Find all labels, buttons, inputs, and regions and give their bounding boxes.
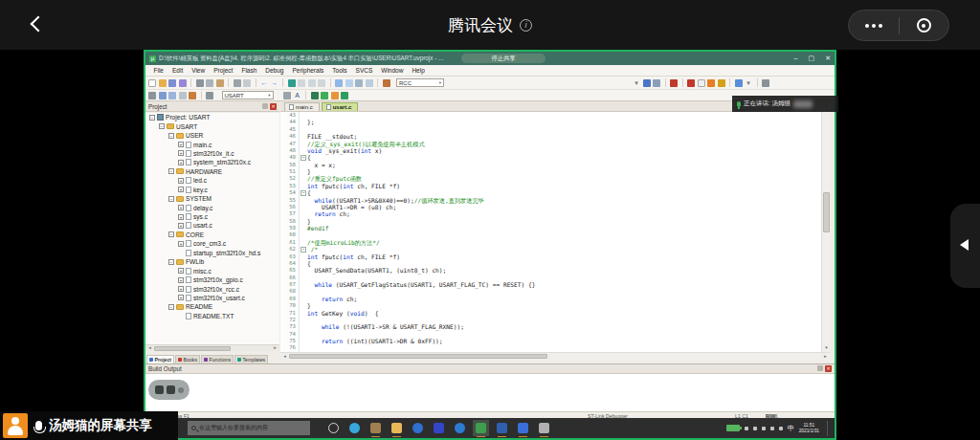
fold-arrow-icon[interactable] bbox=[331, 92, 339, 99]
find-in-files-combo[interactable]: RCC ▾ bbox=[396, 78, 444, 87]
folder-icon[interactable] bbox=[391, 423, 402, 433]
collapse-icon[interactable]: − bbox=[168, 168, 174, 174]
menu-file[interactable]: File bbox=[149, 67, 167, 74]
tree-item[interactable]: +usart.c bbox=[145, 221, 279, 230]
fold-collapse-icon[interactable]: − bbox=[301, 155, 306, 161]
expand-icon[interactable]: + bbox=[178, 205, 184, 210]
taskbar-search-input[interactable]: 在这里输入你要搜索的内容 bbox=[188, 421, 310, 435]
translate-icon[interactable] bbox=[148, 92, 156, 99]
editor-tab-usart.c[interactable]: usart.c bbox=[322, 102, 359, 111]
forward-icon[interactable]: → bbox=[271, 79, 278, 87]
tree-item[interactable]: −SYSTEM bbox=[145, 194, 279, 203]
minimize-button[interactable] bbox=[900, 11, 949, 40]
analysis-icon[interactable]: A bbox=[294, 92, 301, 99]
editor-tab-main.c[interactable]: main.c bbox=[284, 102, 320, 111]
editor-hscrollbar[interactable]: ◄ ► bbox=[280, 352, 830, 360]
menu-svcs[interactable]: SVCS bbox=[351, 67, 377, 74]
indent-icon[interactable] bbox=[335, 79, 343, 87]
prev-bookmark-icon[interactable] bbox=[298, 79, 305, 87]
taskbar-clock[interactable]: 11:51 2021/1/31 bbox=[799, 423, 819, 433]
tree-item[interactable]: −Project: USART bbox=[145, 113, 279, 121]
expand-icon[interactable]: + bbox=[178, 223, 184, 229]
tree-item[interactable]: +stm32f10x_rcc.c bbox=[145, 284, 279, 293]
comment-icon[interactable] bbox=[355, 79, 363, 87]
manage-books-icon[interactable] bbox=[311, 92, 319, 99]
collapse-icon[interactable]: − bbox=[168, 259, 174, 265]
menu-peripherals[interactable]: Peripherals bbox=[288, 67, 328, 74]
tree-item[interactable]: +delay.c bbox=[145, 203, 279, 211]
expand-icon[interactable]: + bbox=[178, 142, 184, 147]
close-icon[interactable]: ✕ bbox=[270, 103, 277, 110]
tray-icon[interactable] bbox=[762, 427, 766, 430]
expand-icon[interactable]: + bbox=[178, 187, 184, 192]
camera-toggle-icon[interactable] bbox=[155, 385, 164, 394]
project-hscrollbar[interactable]: ◄ ► bbox=[145, 344, 279, 351]
expand-icon[interactable]: + bbox=[178, 286, 184, 292]
panel-tab-books[interactable]: Books bbox=[175, 355, 200, 363]
expand-icon[interactable]: + bbox=[178, 295, 184, 300]
expand-icon[interactable]: + bbox=[178, 178, 184, 184]
undo-icon[interactable] bbox=[234, 79, 241, 87]
run-to-cursor-icon[interactable] bbox=[653, 79, 660, 87]
panel-tab-functions[interactable]: Functions bbox=[201, 355, 234, 363]
menu-flash[interactable]: Flash bbox=[237, 67, 261, 74]
find-magnifier-icon[interactable] bbox=[670, 79, 678, 87]
tree-item[interactable]: +key.c bbox=[145, 186, 279, 194]
copy-icon[interactable] bbox=[206, 79, 213, 87]
box-icon[interactable] bbox=[718, 79, 725, 87]
pin-icon[interactable] bbox=[262, 103, 268, 109]
tree-item[interactable]: README.TXT bbox=[145, 312, 279, 320]
tree-item[interactable]: −HARDWARE bbox=[145, 167, 279, 176]
meeting-float-widget[interactable] bbox=[148, 380, 189, 400]
redo-icon[interactable] bbox=[243, 79, 251, 87]
app-circle-icon[interactable] bbox=[455, 423, 465, 433]
target-options-icon[interactable] bbox=[206, 92, 213, 99]
menu-help[interactable]: Help bbox=[408, 67, 429, 74]
tray-icon[interactable] bbox=[753, 427, 757, 430]
menu-debug[interactable]: Debug bbox=[261, 67, 288, 74]
tree-item[interactable]: −CORE bbox=[145, 231, 279, 239]
windows-grid-icon[interactable] bbox=[735, 79, 743, 87]
tree-item[interactable]: +main.c bbox=[145, 140, 279, 148]
more-icon[interactable] bbox=[178, 387, 184, 393]
tree-item[interactable]: startup_stm32f10x_hd.s bbox=[145, 249, 279, 257]
wrench-icon[interactable] bbox=[762, 79, 769, 87]
scroll-thumb[interactable] bbox=[289, 354, 547, 359]
tree-item[interactable]: −USART bbox=[145, 121, 279, 130]
function-icon[interactable] bbox=[321, 92, 328, 99]
tree-item[interactable]: +system_stm32f10x.c bbox=[145, 158, 279, 166]
microphone-icon[interactable] bbox=[35, 421, 42, 430]
editor-vscrollbar[interactable]: ▲ ▼ bbox=[821, 101, 830, 352]
collapse-icon[interactable]: − bbox=[168, 196, 174, 202]
tray-icon[interactable] bbox=[745, 427, 748, 430]
menu-window[interactable]: Window bbox=[377, 67, 408, 74]
app-blue-icon[interactable] bbox=[497, 423, 507, 433]
show-desktop-button[interactable] bbox=[827, 421, 829, 436]
app-v-icon[interactable] bbox=[434, 423, 444, 433]
batch-build-icon[interactable] bbox=[179, 92, 187, 99]
menu-project[interactable]: Project bbox=[210, 67, 237, 74]
expand-panel-handle[interactable] bbox=[950, 204, 980, 288]
clock-app-icon[interactable] bbox=[412, 423, 423, 433]
battery-icon[interactable] bbox=[726, 425, 740, 431]
mic-toggle-icon[interactable] bbox=[167, 385, 175, 394]
edge-icon[interactable] bbox=[349, 423, 360, 433]
expand-icon[interactable]: + bbox=[178, 214, 184, 220]
panel-tab-project[interactable]: Project bbox=[146, 355, 174, 363]
briefcase-icon[interactable] bbox=[370, 423, 381, 433]
uncomment-icon[interactable] bbox=[366, 79, 373, 87]
expand-icon[interactable]: + bbox=[178, 150, 184, 156]
expand-icon[interactable]: + bbox=[178, 160, 184, 165]
expand-icon[interactable]: + bbox=[178, 241, 184, 247]
scroll-left-icon[interactable]: ◄ bbox=[280, 353, 289, 361]
tree-item[interactable]: +stm32f10x_it.c bbox=[145, 149, 279, 158]
stop-share-pill[interactable]: 停止共享 bbox=[461, 54, 546, 63]
info-icon[interactable]: i bbox=[520, 19, 532, 32]
tree-item[interactable]: +stm32f10x_gpio.c bbox=[145, 275, 279, 284]
tree-item[interactable]: +led.c bbox=[145, 176, 279, 185]
download-icon[interactable] bbox=[189, 92, 196, 99]
app-blue2-icon[interactable] bbox=[518, 423, 528, 433]
clear-bookmarks-icon[interactable] bbox=[318, 79, 325, 87]
rebuild-icon[interactable] bbox=[168, 92, 176, 99]
tree-item[interactable]: −USER bbox=[145, 131, 279, 140]
